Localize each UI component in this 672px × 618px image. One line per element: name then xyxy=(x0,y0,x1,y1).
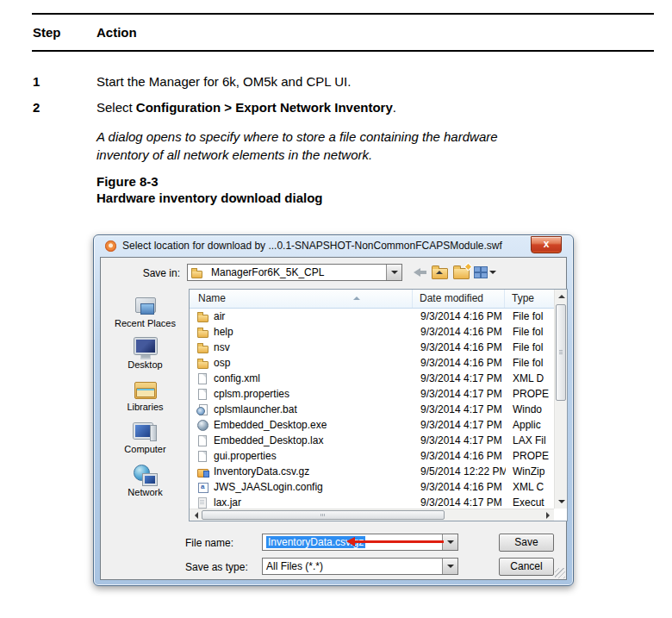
list-header: Name Date modified Type xyxy=(190,290,567,309)
folder-icon xyxy=(196,342,209,353)
cancel-button[interactable]: Cancel xyxy=(499,558,554,576)
config-file-icon xyxy=(196,482,209,493)
file-row[interactable]: config.xml 9/3/2014 4:17 PMXML D xyxy=(190,371,555,386)
save-as-type-value: All Files (*.*) xyxy=(263,560,442,572)
save-as-type-label: Save as type: xyxy=(185,561,248,573)
file-row[interactable]: JWS_JAASLogin.config 9/3/2014 4:16 PMXML… xyxy=(190,479,555,495)
view-menu-icon[interactable] xyxy=(474,265,496,280)
figure-label: Figure 8-3 xyxy=(96,173,159,190)
horizontal-scrollbar[interactable] xyxy=(190,509,554,521)
sidebar-label: Computer xyxy=(103,444,188,454)
sidebar-item-libraries[interactable]: Libraries xyxy=(103,379,188,412)
sidebar-label: Network xyxy=(103,487,188,497)
table-rule-mid xyxy=(32,50,654,52)
file-row[interactable]: help 9/3/2014 4:16 PMFile fol xyxy=(190,324,555,340)
file-row[interactable]: InventoryData.csv.gz 9/5/2014 12:22 PMWi… xyxy=(190,464,555,479)
file-row[interactable]: Embedded_Desktop.lax 9/3/2014 4:17 PMLAX… xyxy=(190,433,555,448)
recent-places-icon xyxy=(133,296,159,317)
file-name-dropdown-button[interactable] xyxy=(442,534,457,550)
manual-page: Step Action 1 Start the Manager for 6k, … xyxy=(0,0,672,618)
save-in-dropdown-button[interactable] xyxy=(386,265,401,280)
file-row[interactable]: Embedded_Desktop.exe 9/3/2014 4:17 PMApp… xyxy=(190,417,555,433)
vertical-scrollbar[interactable] xyxy=(554,290,567,509)
computer-icon xyxy=(133,421,159,443)
table-header-action: Action xyxy=(96,24,137,41)
column-header-date-modified[interactable]: Date modified xyxy=(413,290,505,308)
file-row[interactable]: osp 9/3/2014 4:16 PMFile fol xyxy=(190,355,555,371)
save-in-combobox[interactable]: ManagerFor6K_5K_CPL xyxy=(187,264,402,281)
save-in-label: Save in: xyxy=(101,267,180,279)
new-folder-icon[interactable] xyxy=(453,265,470,280)
sidebar-label: Recent Places xyxy=(103,318,188,328)
step2-text: Select Configuration > Export Network In… xyxy=(96,99,396,116)
application-icon xyxy=(196,420,209,431)
libraries-icon xyxy=(133,379,159,401)
file-row[interactable]: nsv 9/3/2014 4:16 PMFile fol xyxy=(190,340,555,355)
step2-number: 2 xyxy=(33,99,40,116)
up-one-level-icon[interactable] xyxy=(432,265,449,280)
save-as-type-dropdown-button[interactable] xyxy=(442,559,457,574)
app-icon xyxy=(105,240,116,252)
step1-number: 1 xyxy=(33,73,40,91)
folder-icon xyxy=(190,267,203,278)
file-name-label: File name: xyxy=(185,537,233,549)
column-header-name[interactable]: Name xyxy=(190,290,413,308)
desktop-icon xyxy=(133,337,159,359)
file-row[interactable]: cplsm.properties 9/3/2014 4:17 PMPROPE xyxy=(190,386,555,402)
scroll-down-icon[interactable] xyxy=(556,496,567,508)
save-button[interactable]: Save xyxy=(499,534,554,552)
table-rule-top xyxy=(32,13,654,15)
resize-grip[interactable] xyxy=(555,568,565,578)
horizontal-scroll-thumb[interactable] xyxy=(202,510,445,520)
file-list: Name Date modified Type air 9/3/2014 4:1… xyxy=(189,289,568,521)
dialog-body: Save in: ManagerFor6K_5K_CPL Recent Plac… xyxy=(100,257,567,580)
step2-note: A dialog opens to specify where to store… xyxy=(96,128,498,164)
table-header-step: Step xyxy=(33,24,61,41)
save-in-value: ManagerFor6K_5K_CPL xyxy=(208,266,386,278)
file-icon xyxy=(196,435,209,446)
file-row[interactable]: air 9/3/2014 4:16 PMFile fol xyxy=(190,309,555,324)
folder-icon xyxy=(196,311,209,322)
step1-text: Start the Manager for 6k, OM5k and CPL U… xyxy=(96,73,351,91)
sidebar-item-recent-places[interactable]: Recent Places xyxy=(103,296,188,328)
sidebar-item-network[interactable]: Network xyxy=(103,465,188,497)
sidebar-label: Desktop xyxy=(103,359,188,370)
winzip-icon xyxy=(196,466,209,478)
folder-icon xyxy=(196,358,209,369)
vertical-scroll-thumb[interactable] xyxy=(556,304,566,401)
scroll-left-icon[interactable] xyxy=(190,510,202,521)
sidebar-item-desktop[interactable]: Desktop xyxy=(103,337,188,370)
file-rows: air 9/3/2014 4:16 PMFile fol help 9/3/20… xyxy=(190,309,555,510)
dialog-title: Select location for download by ...0.1-S… xyxy=(122,240,502,252)
jar-file-icon xyxy=(196,497,209,509)
sort-ascending-icon xyxy=(353,297,360,300)
batch-file-icon xyxy=(196,404,209,415)
annotation-arrow-icon xyxy=(354,540,444,543)
folder-icon xyxy=(196,327,209,338)
file-row[interactable]: cplsmlauncher.bat 9/3/2014 4:17 PMWindo xyxy=(190,402,555,417)
network-icon xyxy=(133,465,159,486)
figure-caption: Hardware inventory download dialog xyxy=(96,190,323,207)
dialog-titlebar: Select location for download by ...0.1-S… xyxy=(94,235,573,257)
step2-menu-path: Configuration > Export Network Inventory xyxy=(136,100,393,115)
scroll-right-icon[interactable] xyxy=(542,510,553,521)
sidebar-label: Libraries xyxy=(103,402,188,412)
file-icon xyxy=(196,373,209,384)
scroll-up-icon[interactable] xyxy=(556,290,567,303)
save-dialog-window: Select location for download by ...0.1-S… xyxy=(93,234,574,586)
close-button[interactable]: x xyxy=(531,236,562,253)
sidebar-item-computer[interactable]: Computer xyxy=(103,421,188,454)
save-as-type-combobox[interactable]: All Files (*.*) xyxy=(262,558,458,575)
file-row[interactable]: gui.properties 9/3/2014 4:16 PMPROPE xyxy=(190,448,555,464)
file-icon xyxy=(196,451,209,462)
back-arrow-icon[interactable] xyxy=(413,265,430,280)
file-icon xyxy=(196,389,209,400)
